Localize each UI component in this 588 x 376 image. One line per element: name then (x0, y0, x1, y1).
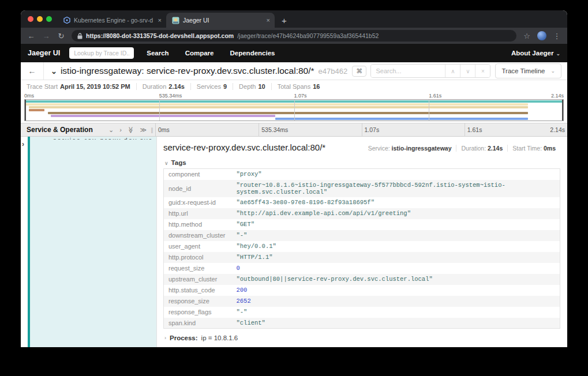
tag-row[interactable]: node_id"router~10.8.1.6~istio-ingressgat… (164, 180, 560, 197)
tag-row[interactable]: http.status_code200 (164, 285, 560, 296)
tag-key: component (164, 169, 232, 180)
nav-item-dependencies[interactable]: Dependencies (227, 50, 279, 57)
meta-value: 2.14s (488, 145, 503, 152)
tag-key: upstream_cluster (164, 274, 232, 285)
meta-label: Duration: (461, 145, 486, 152)
tab-kubernetes-engine[interactable]: Kubernetes Engine - go-srv-d × (58, 13, 166, 28)
ruler-tick-label: 2.14s (550, 126, 565, 133)
reload-icon[interactable]: ↻ (57, 32, 66, 40)
tag-key: response_flags (164, 307, 232, 318)
back-icon[interactable]: ← (27, 32, 36, 40)
tag-row[interactable]: response_size2652 (164, 296, 560, 307)
tag-value: "router~10.8.1.6~istio-ingressgateway-5f… (232, 180, 560, 197)
minimize-window-button[interactable] (37, 16, 43, 22)
bookmark-star-icon[interactable]: ☆ (522, 32, 531, 40)
timeline-ruler: 0ms 535.34ms 1.07s 1.61s 2.14s (156, 123, 567, 136)
minimap-gridline (159, 100, 160, 121)
tag-key: http.method (164, 219, 232, 230)
minimap-span-bar (51, 115, 275, 117)
tag-row[interactable]: upstream_cluster"outbound|80||service-re… (164, 274, 560, 285)
nav-item-compare[interactable]: Compare (182, 50, 218, 57)
meta-value: 2.14s (168, 83, 185, 90)
tag-value: "ae65ff43-3e80-97e8-8196-82f93a18695f" (232, 197, 560, 208)
span-operation-name: service-rev-proxy.dev.svc.cluster.local:… (163, 142, 364, 152)
forward-icon[interactable]: → (42, 32, 51, 40)
tag-value: "-" (232, 230, 560, 241)
minimap-tick-labels: 0ms 535.34ms 1.07s 1.61s 2.14s (24, 92, 564, 99)
tag-row[interactable]: response_flags"-" (164, 307, 560, 318)
back-to-search-button[interactable]: ← (21, 62, 44, 80)
tags-section-toggle[interactable]: ∨Tags (164, 159, 560, 166)
tag-row[interactable]: http.method"GET" (164, 219, 560, 230)
tag-row[interactable]: http.url"http://api.dev.example-api.com/… (164, 208, 560, 219)
chevron-down-icon: ⌄ (550, 68, 555, 74)
tab-close-icon[interactable]: × (267, 17, 270, 24)
trace-lookup-input[interactable] (69, 47, 134, 59)
close-window-button[interactable] (28, 16, 33, 22)
service-operation-label: Service & Operation (27, 126, 106, 134)
search-prev-button[interactable]: ∧ (445, 65, 460, 77)
minimap-span-bar (275, 118, 529, 120)
tick-label: 2.14s (551, 93, 564, 99)
expand-one-icon[interactable]: › (119, 126, 122, 133)
jaeger-brand-link[interactable]: Jaeger UI (28, 49, 60, 57)
url-path: /jaeger/trace/e47b4624ba907799559a3af365… (237, 32, 379, 39)
tag-key: http.protocol (164, 252, 232, 263)
tab-jaeger-ui[interactable]: Jaeger UI × (166, 13, 275, 28)
address-bar[interactable]: https://8080-dot-3313575-dot-devshell.ap… (72, 30, 516, 42)
meta-label: Service: (368, 145, 390, 152)
minimap-gridline (429, 100, 429, 121)
meta-label: Depth (239, 83, 256, 90)
tick-label: 1.61s (429, 93, 441, 99)
collapse-one-icon[interactable]: ⌄ (108, 126, 114, 134)
meta-label: Total Spans (278, 83, 310, 90)
selected-span-row-panel[interactable]: service-rev-proxy.dev.svc.cluster.local:… (28, 137, 157, 347)
tag-value: "hey/0.0.1" (232, 241, 560, 252)
about-jaeger-menu[interactable]: About Jaeger⌄ (511, 50, 560, 57)
ruler-tick-label: 535.34ms (261, 126, 288, 133)
profile-avatar[interactable] (537, 31, 546, 40)
collapse-all-icon[interactable]: ≫ (127, 126, 134, 133)
search-next-button[interactable]: ∨ (460, 65, 475, 77)
tag-row[interactable]: span.kind"client" (164, 318, 560, 329)
span-detail-panel: service-rev-proxy.dev.svc.cluster.local:… (158, 137, 567, 347)
detail-collapse-chevron-icon[interactable]: › (22, 140, 24, 148)
expand-all-icon[interactable]: ≫ (140, 126, 147, 134)
collapse-trace-chevron-icon[interactable]: ⌄ (51, 67, 57, 76)
minimap-canvas[interactable] (24, 99, 564, 121)
tag-value: "http://api.dev.example-api.com/api/v1/g… (232, 208, 560, 219)
tick-label: 535.34ms (159, 93, 182, 99)
chevron-right-icon: › (164, 335, 166, 341)
tags-table: component"proxy" node_id"router~10.8.1.6… (163, 168, 560, 329)
column-resizer-handle[interactable]: ∥ (151, 127, 153, 133)
process-section-toggle[interactable]: › Process: ip = 10.8.1.6 (164, 334, 560, 341)
nav-item-search[interactable]: Search (143, 50, 172, 57)
minimap-gridline (294, 100, 295, 121)
gke-favicon-icon (63, 17, 70, 24)
browser-menu-icon[interactable]: ⋮ (552, 32, 561, 40)
tag-row[interactable]: http.protocol"HTTP/1.1" (164, 252, 560, 263)
tag-row[interactable]: downstream_cluster"-" (164, 230, 560, 241)
range-handle-right[interactable] (562, 100, 563, 121)
new-tab-button[interactable]: + (275, 13, 294, 28)
browser-window: Kubernetes Engine - go-srv-d × Jaeger UI… (21, 10, 567, 347)
span-search-input[interactable] (371, 65, 445, 77)
zoom-window-button[interactable] (46, 16, 52, 22)
tag-row[interactable]: request_size0 (164, 263, 560, 274)
tag-row[interactable]: user_agent"hey/0.0.1" (164, 241, 560, 252)
chevron-down-icon: ∨ (164, 160, 168, 166)
tag-row[interactable]: guid:x-request-id"ae65ff43-3e80-97e8-819… (164, 197, 560, 208)
tag-value: 200 (232, 285, 560, 296)
keyboard-shortcut-button[interactable]: ⌘ (352, 66, 366, 77)
minimap-span-bar (530, 121, 563, 121)
service-operation-header: Service & Operation ⌄ › ≫ ≫ ∥ (21, 123, 156, 136)
tab-close-icon[interactable]: × (158, 17, 162, 24)
meta-value: 0ms (544, 145, 556, 152)
tag-row[interactable]: component"proxy" (164, 169, 560, 180)
trace-view-select[interactable]: Trace Timeline ⌄ (495, 63, 561, 78)
jaeger-navbar: Jaeger UI Search Compare Dependencies Ab… (21, 44, 567, 62)
range-handle-left[interactable] (25, 100, 26, 121)
minimap-span-bar (25, 103, 528, 106)
meta-label: Trace Start (27, 83, 58, 90)
search-clear-button[interactable]: × (475, 65, 490, 77)
